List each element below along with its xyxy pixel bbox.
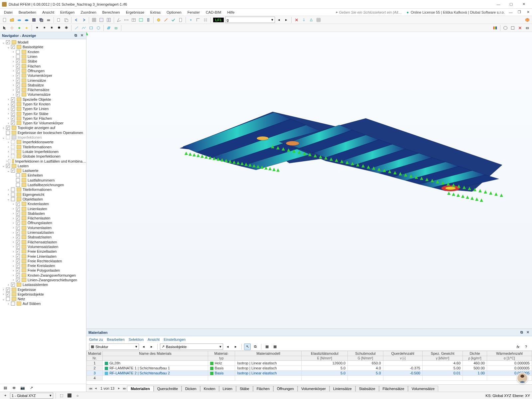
- tree-liniens-tze[interactable]: ›✓Liniensätze: [0, 78, 86, 82]
- design-icon[interactable]: [163, 17, 169, 23]
- node-yellow-icon[interactable]: [23, 25, 30, 31]
- panel-pin2-icon[interactable]: ⧉: [519, 330, 524, 335]
- nav-tab-eye-icon[interactable]: 👁: [11, 385, 17, 391]
- fx-icon[interactable]: fx: [515, 343, 521, 350]
- prev-lf-icon[interactable]: ◂: [276, 17, 282, 23]
- table-icon[interactable]: [130, 17, 137, 23]
- cube-icon[interactable]: [524, 17, 531, 23]
- tree-linien[interactable]: ›Linien: [0, 54, 86, 59]
- col-spez-gewicht[interactable]: Spez. Gewicht: [422, 351, 463, 356]
- coord-sys-combo[interactable]: 1 - Global XYZ▾: [10, 393, 53, 399]
- tab-flächen[interactable]: Flächen: [253, 386, 273, 391]
- tree-lastwerte[interactable]: ⌄✓Lastwerte: [0, 168, 86, 173]
- tree-freie-linienlasten[interactable]: ›✓Freie Linienlasten: [0, 254, 86, 258]
- materials-grid[interactable]: MaterialName des MaterialsMaterial-Mater…: [86, 351, 532, 384]
- color-scale-icon[interactable]: [492, 25, 498, 31]
- col-elastizit-tsmodul[interactable]: Elastizitätsmodul: [302, 351, 348, 356]
- tab-querschnitte[interactable]: Querschnitte: [154, 386, 182, 391]
- tree-typen-f-r-linien[interactable]: ›✓Typen für Linien: [0, 106, 86, 111]
- tree-liniensatzlasten[interactable]: ›✓Liniensatzlasten: [0, 230, 86, 235]
- print-icon[interactable]: [45, 17, 52, 23]
- tab-dicken[interactable]: Dicken: [182, 386, 200, 391]
- tree-freie-einzellasten[interactable]: ›✓Freie Einzellasten: [0, 249, 86, 254]
- new-icon[interactable]: [1, 17, 8, 23]
- tab-first-icon[interactable]: ⏮: [88, 386, 93, 390]
- tree-modell[interactable]: ⌄✓Modell: [0, 40, 86, 45]
- supports-icon[interactable]: [308, 17, 315, 23]
- nav-tab-camera-icon[interactable]: 📷: [19, 385, 26, 391]
- camera-icon[interactable]: [524, 25, 531, 31]
- redo-icon[interactable]: [80, 17, 87, 23]
- user-avatar[interactable]: [517, 372, 528, 384]
- doc-restore-button[interactable]: ❐: [517, 10, 522, 14]
- menu-hilfe[interactable]: Hilfe: [224, 10, 237, 15]
- col-material-[interactable]: Material-: [208, 351, 235, 356]
- results-table-icon[interactable]: [138, 17, 144, 23]
- close-button[interactable]: ✕: [517, 1, 530, 8]
- minimize-button[interactable]: —: [492, 1, 505, 8]
- table-row[interactable]: 3RF-LAMINATE 2 | Schichtenaufbau 2BasisI…: [87, 371, 532, 376]
- star2-icon[interactable]: ✶: [41, 25, 48, 31]
- tree-fl-chensatzlasten[interactable]: ›✓Flächensatzlasten: [0, 239, 86, 244]
- tab-stäbe[interactable]: Stäbe: [236, 386, 253, 391]
- bp-prev-icon[interactable]: ◂: [140, 343, 147, 350]
- table-row[interactable]: 1GL28hHolzIsotrop | Linear elastisch1260…: [87, 361, 532, 366]
- window-split-icon[interactable]: [105, 17, 112, 23]
- tree-linien-zwangsverschiebungen[interactable]: ›✓Linien-Zwangsverschiebungen: [0, 278, 86, 282]
- tab-volumenkörper[interactable]: Volumenkörper: [298, 386, 330, 391]
- model-3d-view[interactable]: // draw green support triangles along bo…: [86, 32, 532, 329]
- menu-bearbeiten[interactable]: Bearbeiten: [16, 10, 39, 15]
- window-tile-icon[interactable]: [98, 17, 105, 23]
- node-green-icon[interactable]: [16, 25, 23, 31]
- star3-icon[interactable]: ✷: [48, 25, 55, 31]
- tree-spezielle-objekte[interactable]: ›✓Spezielle Objekte: [0, 97, 86, 102]
- paste-icon[interactable]: [63, 17, 69, 23]
- tree-globale-imperfektionen[interactable]: ›Globale Imperfektionen: [0, 154, 86, 159]
- xyz-icon[interactable]: ⌖: [2, 392, 9, 399]
- tree-einheiten[interactable]: Einheiten: [0, 173, 86, 178]
- tab-next-icon[interactable]: ▸: [116, 386, 122, 390]
- tree-lokale-imperfektionen[interactable]: ›Lokale Imperfektionen: [0, 149, 86, 154]
- tree--ffnungen[interactable]: ›✓Öffnungen: [0, 68, 86, 73]
- tree-volumenlasten[interactable]: ›✓Volumenlasten: [0, 225, 86, 230]
- delete-results-icon[interactable]: [293, 17, 300, 23]
- tree-netz[interactable]: ⌄Netz: [0, 297, 86, 301]
- tab-linien[interactable]: Linien: [219, 386, 236, 391]
- col-querdehnzahl[interactable]: Querdehnzahl: [383, 351, 422, 356]
- menu-optionen[interactable]: Optionen: [164, 10, 184, 15]
- star1-icon[interactable]: ✦: [34, 25, 40, 31]
- tab-flächensätze[interactable]: Flächensätze: [379, 386, 408, 391]
- col-materialmodell[interactable]: Materialmodell: [235, 351, 302, 356]
- grid3-icon[interactable]: [91, 17, 97, 23]
- menu-ansicht[interactable]: Ansicht: [40, 10, 57, 15]
- navigator-tree[interactable]: ⌄✓Modell⌄✓Basisobjekte›Knoten›Linien›✓St…: [0, 39, 86, 384]
- col-w-rmedehnzahl[interactable]: Wärmedehnzahl: [487, 351, 532, 356]
- tree-stabs-tze[interactable]: ›✓Stabsätze: [0, 83, 86, 87]
- grid-snap-icon[interactable]: [202, 17, 209, 23]
- table-row[interactable]: 2RF-LAMINATE 1 | Schichtenaufbau 1BasisI…: [87, 366, 532, 371]
- col-material[interactable]: Material: [87, 351, 103, 356]
- tree-topologie-anzeigen-auf[interactable]: ›✓Topologie anzeigen auf: [0, 125, 86, 130]
- bb-icon-1[interactable]: ⬚: [58, 392, 65, 399]
- menu-datei[interactable]: Datei: [1, 10, 15, 15]
- report-icon[interactable]: [177, 17, 184, 23]
- tree-ergebnisse-der-booleschen-operationen[interactable]: Ergebnisse der booleschen Operationen: [0, 130, 86, 135]
- star5-icon[interactable]: ❋: [63, 25, 69, 31]
- star4-icon[interactable]: ✸: [56, 25, 62, 31]
- table-row[interactable]: 4: [87, 376, 532, 381]
- tree-imperfektionswerte[interactable]: ›Imperfektionswerte: [0, 140, 86, 144]
- section-icon[interactable]: [145, 17, 152, 23]
- dimension-icon[interactable]: [123, 17, 130, 23]
- bpmenu-gehe zu[interactable]: Gehe zu: [89, 337, 103, 341]
- bp-next2-icon[interactable]: ▸: [232, 343, 239, 350]
- tab-liniensätze[interactable]: Liniensätze: [330, 386, 355, 391]
- tree-titelinformationen[interactable]: ›Titelinformationen: [0, 187, 86, 192]
- loadcase-dropdown[interactable]: g▾: [225, 17, 275, 23]
- bp-next-icon[interactable]: ▸: [148, 343, 155, 350]
- tree-stablasten[interactable]: ›✓Stablasten: [0, 211, 86, 216]
- panel-close2-icon[interactable]: ✕: [525, 330, 530, 335]
- undo-icon[interactable]: [73, 17, 80, 23]
- tree-volumenk-rper[interactable]: ›✓Volumenkörper: [0, 73, 86, 78]
- cloud-upload-icon[interactable]: [23, 17, 30, 23]
- save-icon[interactable]: [31, 17, 37, 23]
